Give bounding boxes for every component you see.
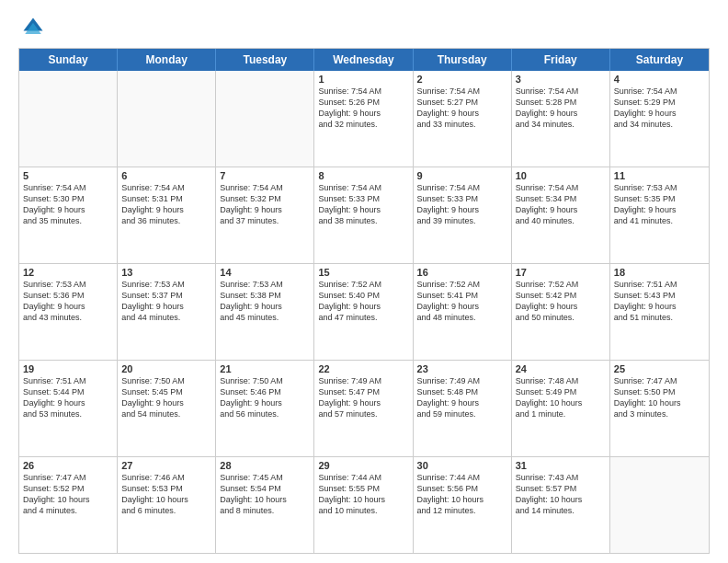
cal-cell-day-18: 18Sunrise: 7:51 AM Sunset: 5:43 PM Dayli… — [610, 264, 709, 360]
cal-cell-day-4: 4Sunrise: 7:54 AM Sunset: 5:29 PM Daylig… — [610, 71, 709, 167]
header-day-friday: Friday — [512, 49, 610, 71]
cal-row-2: 12Sunrise: 7:53 AM Sunset: 5:36 PM Dayli… — [19, 263, 709, 360]
cell-info: Sunrise: 7:52 AM Sunset: 5:40 PM Dayligh… — [318, 279, 408, 324]
cal-cell-day-26: 26Sunrise: 7:47 AM Sunset: 5:52 PM Dayli… — [19, 457, 118, 553]
cal-cell-day-15: 15Sunrise: 7:52 AM Sunset: 5:40 PM Dayli… — [314, 264, 413, 360]
cell-info: Sunrise: 7:49 AM Sunset: 5:47 PM Dayligh… — [318, 375, 408, 420]
cell-info: Sunrise: 7:53 AM Sunset: 5:37 PM Dayligh… — [121, 279, 211, 324]
cal-cell-day-8: 8Sunrise: 7:54 AM Sunset: 5:33 PM Daylig… — [314, 167, 413, 263]
cal-row-0: 1Sunrise: 7:54 AM Sunset: 5:26 PM Daylig… — [19, 71, 709, 167]
cell-info: Sunrise: 7:48 AM Sunset: 5:49 PM Dayligh… — [516, 375, 606, 420]
logo-icon — [20, 15, 46, 40]
cell-info: Sunrise: 7:54 AM Sunset: 5:31 PM Dayligh… — [121, 182, 211, 227]
day-number: 8 — [318, 170, 408, 181]
cal-cell-empty — [216, 71, 314, 167]
day-number: 10 — [516, 170, 606, 181]
cal-cell-day-14: 14Sunrise: 7:53 AM Sunset: 5:38 PM Dayli… — [216, 264, 314, 360]
day-number: 30 — [417, 460, 507, 471]
cal-cell-day-3: 3Sunrise: 7:54 AM Sunset: 5:28 PM Daylig… — [512, 71, 610, 167]
page: SundayMondayTuesdayWednesdayThursdayFrid… — [0, 0, 728, 563]
day-number: 13 — [121, 267, 211, 278]
day-number: 18 — [614, 267, 705, 278]
cal-row-4: 26Sunrise: 7:47 AM Sunset: 5:52 PM Dayli… — [19, 456, 709, 553]
cal-cell-day-24: 24Sunrise: 7:48 AM Sunset: 5:49 PM Dayli… — [512, 361, 610, 456]
day-number: 27 — [121, 460, 211, 471]
day-number: 1 — [318, 74, 408, 85]
header-day-wednesday: Wednesday — [314, 49, 413, 71]
cell-info: Sunrise: 7:51 AM Sunset: 5:43 PM Dayligh… — [614, 279, 705, 324]
day-number: 6 — [121, 170, 211, 181]
calendar-body: 1Sunrise: 7:54 AM Sunset: 5:26 PM Daylig… — [19, 71, 709, 553]
cell-info: Sunrise: 7:52 AM Sunset: 5:42 PM Dayligh… — [516, 279, 606, 324]
cell-info: Sunrise: 7:54 AM Sunset: 5:34 PM Dayligh… — [516, 182, 606, 227]
day-number: 9 — [417, 170, 507, 181]
day-number: 29 — [318, 460, 408, 471]
cal-cell-day-22: 22Sunrise: 7:49 AM Sunset: 5:47 PM Dayli… — [314, 361, 413, 456]
day-number: 4 — [614, 74, 705, 85]
day-number: 22 — [318, 363, 408, 374]
header-day-tuesday: Tuesday — [216, 49, 314, 71]
cal-cell-day-21: 21Sunrise: 7:50 AM Sunset: 5:46 PM Dayli… — [216, 361, 314, 456]
cal-cell-day-7: 7Sunrise: 7:54 AM Sunset: 5:32 PM Daylig… — [216, 167, 314, 263]
header-day-saturday: Saturday — [610, 49, 709, 71]
cell-info: Sunrise: 7:45 AM Sunset: 5:54 PM Dayligh… — [220, 472, 310, 517]
cal-cell-day-23: 23Sunrise: 7:49 AM Sunset: 5:48 PM Dayli… — [414, 361, 512, 456]
cell-info: Sunrise: 7:53 AM Sunset: 5:38 PM Dayligh… — [220, 279, 310, 324]
cell-info: Sunrise: 7:54 AM Sunset: 5:33 PM Dayligh… — [417, 182, 507, 227]
cal-cell-day-29: 29Sunrise: 7:44 AM Sunset: 5:55 PM Dayli… — [314, 457, 413, 553]
cal-cell-empty — [610, 457, 709, 553]
cell-info: Sunrise: 7:54 AM Sunset: 5:33 PM Dayligh… — [318, 182, 408, 227]
day-number: 5 — [23, 170, 113, 181]
cell-info: Sunrise: 7:54 AM Sunset: 5:26 PM Dayligh… — [318, 86, 408, 131]
cal-cell-day-12: 12Sunrise: 7:53 AM Sunset: 5:36 PM Dayli… — [19, 264, 118, 360]
cal-cell-day-20: 20Sunrise: 7:50 AM Sunset: 5:45 PM Dayli… — [118, 361, 216, 456]
header-day-thursday: Thursday — [414, 49, 512, 71]
cal-cell-day-30: 30Sunrise: 7:44 AM Sunset: 5:56 PM Dayli… — [414, 457, 512, 553]
day-number: 23 — [417, 363, 507, 374]
cell-info: Sunrise: 7:47 AM Sunset: 5:52 PM Dayligh… — [23, 472, 113, 517]
cell-info: Sunrise: 7:52 AM Sunset: 5:41 PM Dayligh… — [417, 279, 507, 324]
cal-cell-day-27: 27Sunrise: 7:46 AM Sunset: 5:53 PM Dayli… — [118, 457, 216, 553]
cell-info: Sunrise: 7:49 AM Sunset: 5:48 PM Dayligh… — [417, 375, 507, 420]
day-number: 12 — [23, 267, 113, 278]
day-number: 14 — [220, 267, 310, 278]
cal-cell-day-19: 19Sunrise: 7:51 AM Sunset: 5:44 PM Dayli… — [19, 361, 118, 456]
day-number: 28 — [220, 460, 310, 471]
cal-cell-day-17: 17Sunrise: 7:52 AM Sunset: 5:42 PM Dayli… — [512, 264, 610, 360]
cal-cell-day-9: 9Sunrise: 7:54 AM Sunset: 5:33 PM Daylig… — [414, 167, 512, 263]
cell-info: Sunrise: 7:54 AM Sunset: 5:28 PM Dayligh… — [516, 86, 606, 131]
calendar: SundayMondayTuesdayWednesdayThursdayFrid… — [18, 48, 710, 554]
header — [18, 15, 710, 40]
logo — [18, 15, 46, 40]
cal-cell-day-31: 31Sunrise: 7:43 AM Sunset: 5:57 PM Dayli… — [512, 457, 610, 553]
day-number: 17 — [516, 267, 606, 278]
cell-info: Sunrise: 7:51 AM Sunset: 5:44 PM Dayligh… — [23, 375, 113, 420]
cell-info: Sunrise: 7:50 AM Sunset: 5:45 PM Dayligh… — [121, 375, 211, 420]
cell-info: Sunrise: 7:54 AM Sunset: 5:27 PM Dayligh… — [417, 86, 507, 131]
calendar-header: SundayMondayTuesdayWednesdayThursdayFrid… — [19, 49, 709, 71]
cell-info: Sunrise: 7:54 AM Sunset: 5:32 PM Dayligh… — [220, 182, 310, 227]
day-number: 26 — [23, 460, 113, 471]
cal-row-1: 5Sunrise: 7:54 AM Sunset: 5:30 PM Daylig… — [19, 167, 709, 263]
cal-cell-day-25: 25Sunrise: 7:47 AM Sunset: 5:50 PM Dayli… — [610, 361, 709, 456]
day-number: 24 — [516, 363, 606, 374]
cal-cell-day-11: 11Sunrise: 7:53 AM Sunset: 5:35 PM Dayli… — [610, 167, 709, 263]
day-number: 2 — [417, 74, 507, 85]
cell-info: Sunrise: 7:53 AM Sunset: 5:35 PM Dayligh… — [614, 182, 705, 227]
cal-cell-empty — [19, 71, 118, 167]
cal-cell-day-6: 6Sunrise: 7:54 AM Sunset: 5:31 PM Daylig… — [118, 167, 216, 263]
cell-info: Sunrise: 7:54 AM Sunset: 5:29 PM Dayligh… — [614, 86, 705, 131]
cell-info: Sunrise: 7:44 AM Sunset: 5:56 PM Dayligh… — [417, 472, 507, 517]
cal-cell-day-16: 16Sunrise: 7:52 AM Sunset: 5:41 PM Dayli… — [414, 264, 512, 360]
cell-info: Sunrise: 7:54 AM Sunset: 5:30 PM Dayligh… — [23, 182, 113, 227]
day-number: 7 — [220, 170, 310, 181]
cal-cell-day-2: 2Sunrise: 7:54 AM Sunset: 5:27 PM Daylig… — [414, 71, 512, 167]
cal-cell-day-1: 1Sunrise: 7:54 AM Sunset: 5:26 PM Daylig… — [314, 71, 413, 167]
cell-info: Sunrise: 7:47 AM Sunset: 5:50 PM Dayligh… — [614, 375, 705, 420]
header-day-monday: Monday — [118, 49, 216, 71]
cal-cell-day-28: 28Sunrise: 7:45 AM Sunset: 5:54 PM Dayli… — [216, 457, 314, 553]
day-number: 16 — [417, 267, 507, 278]
day-number: 31 — [516, 460, 606, 471]
cell-info: Sunrise: 7:46 AM Sunset: 5:53 PM Dayligh… — [121, 472, 211, 517]
cell-info: Sunrise: 7:44 AM Sunset: 5:55 PM Dayligh… — [318, 472, 408, 517]
